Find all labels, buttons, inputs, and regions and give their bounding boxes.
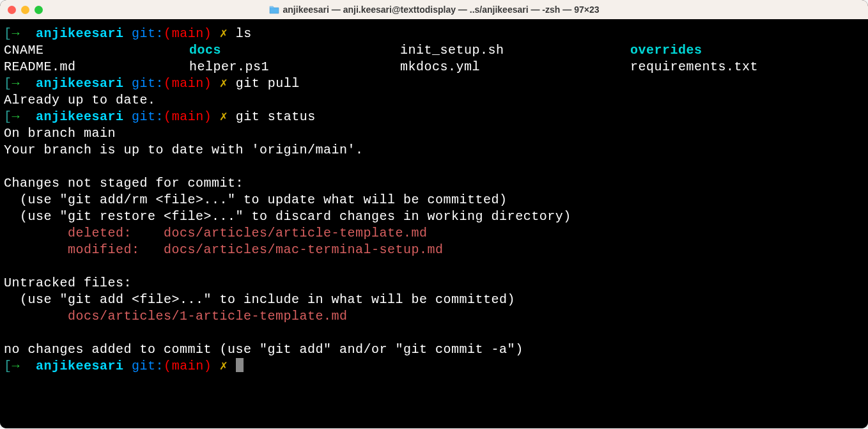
git-branch: main — [172, 26, 204, 41]
dirty-icon: ✗ — [220, 359, 228, 373]
blank-line — [4, 325, 864, 341]
indent — [4, 309, 68, 324]
status-label: deleted: — [4, 226, 164, 240]
command-text: git pull — [236, 76, 300, 91]
prompt-dir: anjikeesari — [36, 26, 124, 41]
output-line: no changes added to commit (use "git add… — [4, 341, 864, 358]
maximize-icon[interactable] — [35, 6, 43, 14]
arrow-icon: → — [12, 359, 20, 373]
ls-item: README.md — [4, 59, 189, 75]
prompt-dir: anjikeesari — [36, 76, 124, 91]
git-label: git: — [132, 76, 164, 91]
blank-line — [4, 159, 864, 175]
git-label: git: — [132, 359, 164, 373]
bracket-icon: [ — [4, 26, 12, 41]
paren-open: ( — [164, 109, 172, 124]
close-icon[interactable] — [8, 6, 16, 14]
paren-close: ) — [204, 109, 212, 124]
bracket-icon: [ — [4, 359, 12, 373]
git-label: git: — [132, 109, 164, 124]
folder-icon — [269, 5, 279, 14]
bracket-icon: [ — [4, 76, 12, 91]
dirty-icon: ✗ — [220, 26, 228, 41]
paren-open: ( — [164, 76, 172, 91]
git-branch: main — [172, 359, 204, 373]
output-line: (use "git add/rm <file>..." to update wh… — [4, 192, 864, 208]
title-content: anjikeesari — anji.keesari@texttodisplay… — [269, 4, 600, 15]
ls-item: mkdocs.yml — [400, 59, 630, 75]
paren-close: ) — [204, 76, 212, 91]
minimize-icon[interactable] — [21, 6, 29, 14]
paren-close: ) — [204, 26, 212, 41]
output-line: (use "git add <file>..." to include in w… — [4, 292, 864, 308]
output-line: Changes not staged for commit: — [4, 175, 864, 192]
prompt-line-2: [→ anjikeesari git:(main) ✗ git pull — [4, 75, 864, 92]
dirty-icon: ✗ — [220, 76, 228, 91]
git-branch: main — [172, 109, 204, 124]
ls-row-1: CNAMEdocsinit_setup.shoverrides — [4, 42, 864, 59]
arrow-icon: → — [12, 26, 20, 41]
output-line: Already up to date. — [4, 92, 864, 109]
status-label: modified: — [4, 242, 164, 257]
prompt-line-3: [→ anjikeesari git:(main) ✗ git status — [4, 109, 864, 125]
git-branch: main — [172, 76, 204, 91]
ls-item: helper.ps1 — [189, 59, 400, 75]
git-label: git: — [132, 26, 164, 41]
cursor-icon — [236, 358, 244, 372]
prompt-dir: anjikeesari — [36, 109, 124, 124]
ls-row-2: README.mdhelper.ps1mkdocs.ymlrequirement… — [4, 59, 864, 75]
ls-item-dir: docs — [189, 42, 400, 59]
window-title: anjikeesari — anji.keesari@texttodisplay… — [283, 4, 600, 15]
paren-open: ( — [164, 26, 172, 41]
dirty-icon: ✗ — [220, 109, 228, 124]
output-line: (use "git restore <file>..." to discard … — [4, 208, 864, 225]
paren-open: ( — [164, 359, 172, 373]
modified-file-line: modified: docs/articles/mac-terminal-set… — [4, 242, 864, 258]
titlebar: anjikeesari — anji.keesari@texttodisplay… — [0, 0, 868, 19]
deleted-file-line: deleted: docs/articles/article-template.… — [4, 225, 864, 242]
prompt-line-1: [→ anjikeesari git:(main) ✗ ls — [4, 26, 864, 42]
untracked-file-line: docs/articles/1-article-template.md — [4, 308, 864, 325]
prompt-line-4: [→ anjikeesari git:(main) ✗ — [4, 358, 864, 375]
command-text: git status — [236, 109, 316, 124]
terminal-body[interactable]: [→ anjikeesari git:(main) ✗ ls CNAMEdocs… — [0, 19, 868, 428]
blank-line — [4, 258, 864, 275]
output-line: Your branch is up to date with 'origin/m… — [4, 142, 864, 159]
file-path: docs/articles/1-article-template.md — [68, 309, 348, 324]
output-line: Untracked files: — [4, 275, 864, 292]
prompt-dir: anjikeesari — [36, 359, 124, 373]
traffic-lights — [8, 6, 43, 14]
ls-item-dir: overrides — [630, 42, 702, 59]
output-line: On branch main — [4, 125, 864, 142]
ls-item: requirements.txt — [630, 59, 758, 75]
paren-close: ) — [204, 359, 212, 373]
terminal-window: anjikeesari — anji.keesari@texttodisplay… — [0, 0, 868, 428]
arrow-icon: → — [12, 109, 20, 124]
file-path: docs/articles/mac-terminal-setup.md — [164, 242, 444, 257]
command-text: ls — [236, 26, 252, 41]
bracket-icon: [ — [4, 109, 12, 124]
arrow-icon: → — [12, 76, 20, 91]
ls-item: init_setup.sh — [400, 42, 630, 59]
ls-item: CNAME — [4, 42, 189, 59]
file-path: docs/articles/article-template.md — [164, 226, 428, 240]
